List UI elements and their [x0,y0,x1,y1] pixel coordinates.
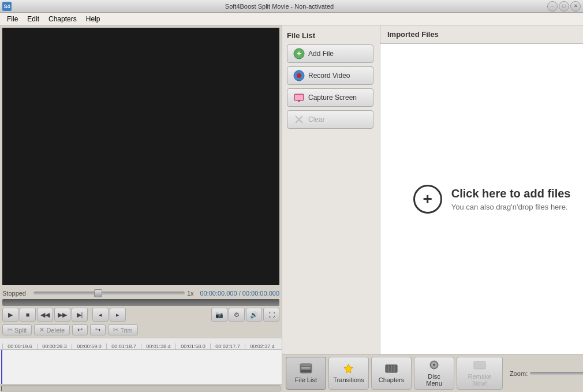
stop-button[interactable]: ■ [20,308,36,322]
tab-file-list-label: File List [295,376,317,383]
imported-files-section: Imported Files + Click here to add files… [380,25,583,354]
drop-main-text: Click here to add files [451,187,571,200]
minimize-button[interactable]: ─ [547,1,558,12]
clear-icon [293,114,305,125]
svg-rect-22 [474,361,485,369]
next-frame-button[interactable]: ▶▶ [54,308,70,322]
file-list-section: File List + Add File [282,25,380,354]
tab-remake-now[interactable]: Remake Now! [457,357,503,390]
close-button[interactable]: ✕ [570,1,581,12]
trim-icon: ✂ [113,326,118,334]
bottom-tabs: File List Transitions [282,354,583,392]
speed-thumb[interactable] [94,289,102,297]
trim-label: Trim [120,327,133,334]
mark-in-button[interactable]: ◂ [92,308,109,322]
split-label: Split [14,327,27,334]
tab-remake-label: Remake Now! [464,373,495,387]
tab-transitions-label: Transitions [333,376,364,383]
zoom-row: Zoom: 🔍 [505,357,583,390]
scrub-bar[interactable] [2,299,279,306]
app-icon: S4 [2,2,12,11]
tab-disc-menu[interactable]: Disc Menu [414,357,454,390]
transitions-tab-icon [342,363,355,375]
timeline-ruler: 00:00:19.6 00:00:39.3 00:00:59.0 00:01:1… [0,338,282,349]
restore-button[interactable]: □ [559,1,569,12]
title-text: Soft4Boost Split Movie - Non-activated [12,3,547,10]
snapshot-button[interactable]: 📷 [211,308,227,322]
trim-button[interactable]: ✂ Trim [108,324,138,335]
file-list-title: File List [287,31,375,40]
speed-slider[interactable] [33,292,185,295]
undo-button[interactable]: ↩ [72,324,88,335]
menu-help[interactable]: Help [81,14,105,24]
scroll-track[interactable] [1,386,281,391]
add-file-button[interactable]: + Add File [287,44,373,63]
horizontal-scrollbar[interactable] [0,384,282,392]
capture-screen-button[interactable]: Capture Screen [287,88,373,107]
record-video-label: Record Video [308,72,350,80]
svg-rect-5 [298,100,300,102]
record-video-icon [293,70,305,81]
zoom-label: Zoom: [510,370,528,377]
tab-transitions[interactable]: Transitions [328,357,369,390]
titlebar: S4 Soft4Boost Split Movie - Non-activate… [0,0,583,13]
zoom-slider[interactable] [530,372,583,375]
mark-out-button[interactable]: ▸ [110,308,126,322]
delete-icon: ✕ [39,326,44,334]
left-panel: Stopped 1x 00:00:00.000 / 00:00:00.000 ▶… [0,25,282,392]
ruler-mark-5: 00:01:58.0 [175,344,210,349]
split-icon: ✂ [8,326,13,334]
right-panel: File List + Add File [282,25,583,392]
undo-icon: ↩ [77,326,83,334]
svg-rect-12 [301,368,311,369]
redo-button[interactable]: ↪ [90,324,106,335]
record-video-button[interactable]: Record Video [287,66,373,85]
add-file-label: Add File [308,50,334,58]
prev-frame-button[interactable]: ◀◀ [37,308,53,322]
redo-icon: ↪ [95,326,100,334]
audio-button[interactable]: 🔊 [246,308,262,322]
delete-label: Delete [46,327,65,334]
menu-chapters[interactable]: Chapters [44,14,81,24]
capture-screen-label: Capture Screen [308,94,357,102]
ruler-mark-3: 00:01:18.7 [106,344,141,349]
delete-button[interactable]: ✕ Delete [34,324,70,335]
window-controls: ─ □ ✕ [547,1,581,12]
fullscreen-button[interactable]: ⛶ [263,308,279,322]
imported-title: Imported Files [380,25,583,44]
clear-button[interactable]: Clear [287,110,373,129]
chapters-tab-icon [385,363,398,375]
file-list-tab-icon [300,363,312,375]
menu-file[interactable]: File [2,14,23,24]
tab-chapters[interactable]: Chapters [371,357,412,390]
clear-label: Clear [308,115,325,124]
play-button[interactable]: ▶ [2,308,18,322]
tab-disc-menu-label: Disc Menu [421,373,447,387]
remake-tab-icon [473,360,486,372]
svg-marker-13 [344,364,353,373]
ruler-mark-7: 00:02:37.4 [245,344,279,349]
add-files-circle: + [413,185,442,214]
menubar: File Edit Chapters Help [0,13,583,25]
time-display: 00:00:00.000 / 00:00:00.000 [199,290,279,297]
svg-rect-6 [295,95,303,100]
split-button[interactable]: ✂ Split [2,324,32,335]
timeline-cursor [1,350,2,384]
svg-point-21 [433,364,435,365]
drop-area[interactable]: + Click here to add files You can also d… [380,44,583,354]
tab-file-list[interactable]: File List [286,357,326,390]
transport-buttons: ▶ ■ ◀◀ ▶▶ ▶| ◂ ▸ 📷 ⚙ 🔊 ⛶ [0,306,282,323]
top-section: File List + Add File [282,25,583,354]
drop-sub-text: You can also drag'n'drop files here. [451,203,571,211]
svg-rect-11 [301,367,311,368]
speed-label: 1x [187,290,196,297]
edit-buttons: ✂ Split ✕ Delete ↩ ↪ ✂ Trim [0,323,282,338]
menu-edit[interactable]: Edit [23,14,44,24]
svg-point-3 [297,73,301,78]
add-file-icon: + [293,48,305,59]
settings-button[interactable]: ⚙ [229,308,245,322]
ruler-mark-6: 00:02:17.7 [210,344,245,349]
ruler-mark-0: 00:00:19.6 [2,344,37,349]
timeline-track[interactable] [0,349,282,384]
end-button[interactable]: ▶| [72,308,88,322]
